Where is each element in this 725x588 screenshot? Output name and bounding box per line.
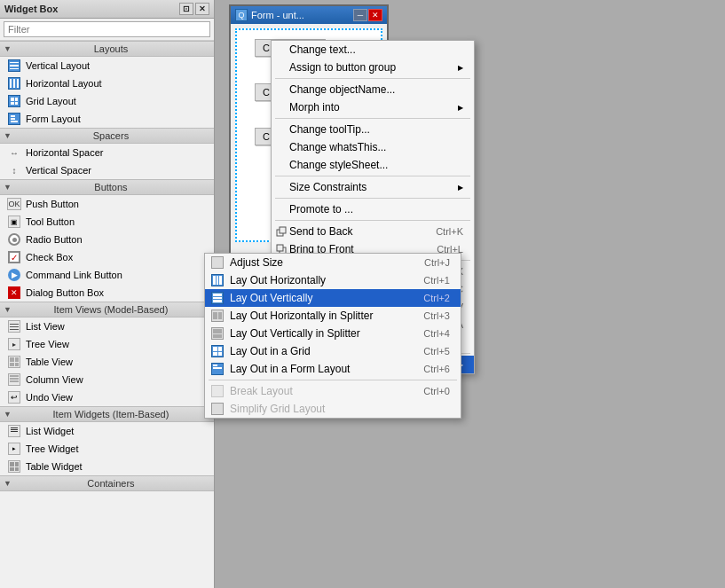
form-titlebar: Q Form - unt... ─ ✕ bbox=[231, 6, 387, 24]
tree-view-label: Tree View bbox=[26, 339, 69, 349]
check-box-icon: ✓ bbox=[7, 250, 21, 264]
submenu-item-lay-out-vertically[interactable]: Lay Out Vertically Ctrl+2 bbox=[205, 289, 461, 307]
sidebar-item-list-widget[interactable]: List Widget bbox=[0, 422, 214, 440]
sidebar-item-vertical-layout[interactable]: Vertical Layout bbox=[0, 57, 214, 74]
submenu-item-lay-out-horizontally[interactable]: Lay Out Horizontally Ctrl+1 bbox=[205, 271, 461, 289]
section-item-views[interactable]: ▼ Item Views (Model-Based) bbox=[0, 302, 214, 318]
submenu-item-lay-out-vertically-splitter[interactable]: Lay Out Vertically in Splitter Ctrl+4 bbox=[205, 325, 461, 342]
sidebar-item-tool-button[interactable]: ▣ Tool Button bbox=[0, 213, 214, 231]
submenu-item-simplify-grid-layout: Simplify Grid Layout bbox=[205, 400, 461, 418]
sidebar-item-undo-view[interactable]: ↩ Undo View bbox=[0, 388, 214, 406]
menu-item-promote-to[interactable]: Promote to ... bbox=[272, 200, 474, 218]
send-to-back-icon bbox=[275, 225, 288, 238]
menu-item-change-whatsthis-label: Change whatsThis... bbox=[289, 141, 386, 153]
submenu-item-lay-out-grid[interactable]: Lay Out in a Grid Ctrl+5 bbox=[205, 342, 461, 360]
tool-button-label: Tool Button bbox=[26, 216, 75, 227]
layouts-collapse-arrow: ▼ bbox=[4, 44, 12, 53]
menu-item-send-to-back-label: Send to Back bbox=[289, 225, 352, 238]
list-widget-icon bbox=[7, 424, 21, 438]
column-view-icon bbox=[7, 372, 21, 387]
menu-item-send-to-back[interactable]: Send to Back Ctrl+K bbox=[272, 223, 474, 240]
sidebar-item-push-button[interactable]: OK Push Button bbox=[0, 195, 214, 213]
menu-item-change-stylesheet[interactable]: Change styleSheet... bbox=[272, 156, 474, 174]
submenu-item-break-layout: Break Layout Ctrl+0 bbox=[205, 382, 461, 400]
sidebar-item-horizontal-layout[interactable]: Horizontal Layout bbox=[0, 74, 214, 92]
lay-out-horizontally-splitter-shortcut: Ctrl+3 bbox=[423, 310, 450, 321]
close-widget-box-button[interactable]: ✕ bbox=[195, 3, 209, 15]
sidebar-item-grid-layout[interactable]: Grid Layout bbox=[0, 92, 214, 110]
submenu-item-lay-out-form-layout-label: Lay Out in a Form Layout bbox=[230, 363, 350, 375]
submenu-item-lay-out-horizontally-splitter[interactable]: Lay Out Horizontally in Splitter Ctrl+3 bbox=[205, 307, 461, 325]
submenu-item-adjust-size[interactable]: Adjust Size Ctrl+J bbox=[205, 254, 461, 271]
tree-widget-icon: ▸ bbox=[7, 442, 21, 456]
float-button[interactable]: ⊡ bbox=[179, 3, 193, 15]
list-widget-label: List Widget bbox=[26, 426, 74, 436]
vertical-layout-label: Vertical Layout bbox=[26, 60, 90, 71]
section-layouts[interactable]: ▼ Layouts bbox=[0, 41, 214, 57]
lay-out-horizontally-shortcut: Ctrl+1 bbox=[423, 275, 450, 286]
menu-item-morph-into[interactable]: Morph into bbox=[272, 98, 474, 116]
sidebar-item-check-box[interactable]: ✓ Check Box bbox=[0, 248, 214, 266]
submenu-item-lay-out-form-layout[interactable]: Lay Out in a Form Layout Ctrl+6 bbox=[205, 360, 461, 378]
sidebar-item-command-link-button[interactable]: ▶ Command Link Button bbox=[0, 266, 214, 284]
menu-item-change-text[interactable]: Change text... bbox=[272, 41, 474, 59]
list-view-icon bbox=[7, 319, 21, 333]
submenu-item-lay-out-horizontally-splitter-label: Lay Out Horizontally in Splitter bbox=[230, 310, 373, 322]
lay-out-form-layout-icon bbox=[209, 362, 225, 376]
sidebar-item-vertical-spacer[interactable]: ↕ Vertical Spacer bbox=[0, 161, 214, 179]
section-item-widgets[interactable]: ▼ Item Widgets (Item-Based) bbox=[0, 406, 214, 422]
form-window-buttons: ─ ✕ bbox=[353, 9, 382, 21]
spacers-label: Spacers bbox=[93, 130, 129, 141]
table-widget-icon bbox=[7, 459, 21, 474]
grid-layout-icon bbox=[7, 94, 21, 108]
radio-button-icon bbox=[7, 232, 21, 247]
submenu-item-lay-out-grid-label: Lay Out in a Grid bbox=[230, 345, 311, 357]
menu-item-change-whatsthis[interactable]: Change whatsThis... bbox=[272, 138, 474, 156]
menu-separator-5 bbox=[275, 220, 470, 221]
item-views-collapse-arrow: ▼ bbox=[4, 305, 12, 314]
horizontal-spacer-label: Horizontal Spacer bbox=[26, 147, 103, 158]
menu-item-assign-button-group-label: Assign to button group bbox=[289, 61, 396, 74]
sidebar-item-tree-widget[interactable]: ▸ Tree Widget bbox=[0, 440, 214, 458]
sidebar-item-form-layout[interactable]: Form Layout bbox=[0, 110, 214, 128]
grid-layout-label: Grid Layout bbox=[26, 96, 76, 106]
item-widgets-label: Item Widgets (Item-Based) bbox=[53, 409, 169, 419]
containers-collapse-arrow: ▼ bbox=[4, 479, 12, 488]
filter-input[interactable] bbox=[4, 21, 210, 37]
sidebar-item-horizontal-spacer[interactable]: ↔ Horizontal Spacer bbox=[0, 144, 214, 161]
vertical-spacer-label: Vertical Spacer bbox=[26, 165, 91, 176]
dialog-button-box-label: Dialog Button Box bbox=[26, 287, 104, 298]
form-title: Form - unt... bbox=[248, 10, 353, 20]
menu-item-assign-button-group[interactable]: Assign to button group bbox=[272, 59, 474, 76]
sidebar-item-radio-button[interactable]: Radio Button bbox=[0, 231, 214, 248]
horizontal-layout-icon bbox=[7, 76, 21, 90]
section-spacers[interactable]: ▼ Spacers bbox=[0, 128, 214, 144]
spacers-collapse-arrow: ▼ bbox=[4, 131, 12, 140]
menu-item-change-text-label: Change text... bbox=[289, 43, 356, 56]
widget-box-titlebar: Widget Box ⊡ ✕ bbox=[0, 0, 214, 19]
titlebar-buttons: ⊡ ✕ bbox=[179, 3, 209, 15]
close-button[interactable]: ✕ bbox=[368, 9, 382, 21]
buttons-label: Buttons bbox=[94, 182, 127, 192]
menu-separator-4 bbox=[275, 198, 470, 199]
lay-out-vertically-shortcut: Ctrl+2 bbox=[423, 293, 450, 303]
lay-out-vertically-splitter-icon bbox=[209, 326, 225, 341]
list-view-label: List View bbox=[26, 321, 65, 332]
section-buttons[interactable]: ▼ Buttons bbox=[0, 179, 214, 195]
sidebar-item-table-widget[interactable]: Table Widget bbox=[0, 458, 214, 475]
sidebar-item-table-view[interactable]: Table View bbox=[0, 353, 214, 371]
submenu-item-simplify-grid-layout-label: Simplify Grid Layout bbox=[230, 403, 325, 415]
sidebar-item-column-view[interactable]: Column View bbox=[0, 371, 214, 388]
minimize-button[interactable]: ─ bbox=[353, 9, 367, 21]
sidebar-item-dialog-button-box[interactable]: ✕ Dialog Button Box bbox=[0, 284, 214, 302]
tool-button-icon: ▣ bbox=[7, 215, 21, 229]
menu-item-change-tooltip-label: Change toolTip... bbox=[289, 123, 370, 136]
menu-item-change-tooltip[interactable]: Change toolTip... bbox=[272, 121, 474, 138]
section-containers[interactable]: ▼ Containers bbox=[0, 475, 214, 491]
form-layout-label: Form Layout bbox=[26, 114, 81, 124]
sidebar-item-tree-view[interactable]: ▸ Tree View bbox=[0, 335, 214, 353]
menu-item-change-objectname[interactable]: Change objectName... bbox=[272, 81, 474, 98]
sidebar-item-list-view[interactable]: List View bbox=[0, 318, 214, 335]
menu-item-size-constraints[interactable]: Size Constraints bbox=[272, 178, 474, 196]
undo-view-label: Undo View bbox=[26, 392, 73, 403]
